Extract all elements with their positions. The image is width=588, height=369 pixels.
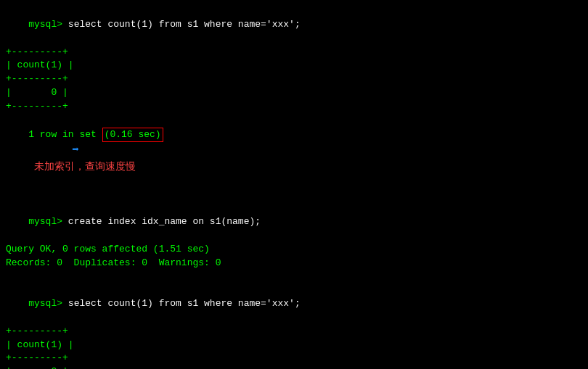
table1-value: | 0 | xyxy=(6,86,582,100)
prompt1: mysql> xyxy=(28,19,68,30)
table1-bot: +---------+ xyxy=(6,100,582,114)
cmd2: select count(1) from s1 where name='xxx'… xyxy=(68,298,301,309)
prompt2: mysql> xyxy=(28,216,68,227)
prompt3: mysql> xyxy=(28,298,68,309)
table2-top: +---------+ xyxy=(6,325,582,339)
table1-top: +---------+ xyxy=(6,46,582,59)
table2-header: | count(1) | xyxy=(6,339,582,352)
cmd1: select count(1) from s1 where name='xxx'… xyxy=(68,19,301,30)
query1-line: mysql> select count(1) from s1 where nam… xyxy=(6,4,582,46)
time1-box: (0.16 sec) xyxy=(102,128,163,143)
table2-sep: +---------+ xyxy=(6,352,582,365)
query-ok-line: Query OK, 0 rows affected (1.51 sec) xyxy=(6,243,582,257)
table1-header: | count(1) | xyxy=(6,59,582,72)
records-line: Records: 0 Duplicates: 0 Warnings: 0 xyxy=(6,257,582,270)
arrow1-icon: ➡ xyxy=(72,144,79,157)
query2-line: mysql> select count(1) from s1 where nam… xyxy=(6,283,582,325)
table1-sep: +---------+ xyxy=(6,72,582,86)
terminal: mysql> select count(1) from s1 where nam… xyxy=(6,4,582,365)
create-line: mysql> create index idx_name on s1(name)… xyxy=(6,202,582,243)
result1-line: 1 row in set (0.16 sec) ➡ 未加索引，查询速度慢 xyxy=(6,114,582,188)
annotation1-text: 未加索引，查询速度慢 xyxy=(34,161,136,172)
blank2 xyxy=(6,270,582,283)
create-cmd: create index idx_name on s1(name); xyxy=(68,216,261,227)
result1-text: 1 row in set xyxy=(28,129,102,140)
blank1 xyxy=(6,188,582,202)
table2-value: | 0 | xyxy=(6,365,582,369)
